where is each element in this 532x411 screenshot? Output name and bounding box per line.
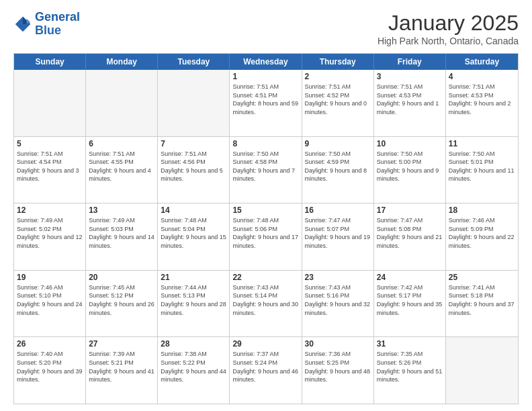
day-number: 11 [449,139,515,148]
calendar-cell: 28Sunrise: 7:38 AM Sunset: 5:22 PM Dayli… [158,337,230,404]
day-number: 23 [305,273,371,282]
day-number: 3 [377,72,443,81]
cell-info: Sunrise: 7:35 AM Sunset: 5:26 PM Dayligh… [377,350,443,383]
day-number: 13 [89,205,154,215]
day-number: 30 [305,339,371,349]
header-thursday: Thursday [302,54,374,70]
cell-info: Sunrise: 7:50 AM Sunset: 5:01 PM Dayligh… [449,150,515,183]
cell-info: Sunrise: 7:43 AM Sunset: 5:16 PM Dayligh… [305,283,371,317]
day-number: 31 [377,339,443,349]
day-number: 7 [161,139,226,148]
cell-info: Sunrise: 7:37 AM Sunset: 5:24 PM Dayligh… [232,350,298,383]
calendar-cell: 22Sunrise: 7:43 AM Sunset: 5:14 PM Dayli… [230,271,302,337]
calendar-cell: 19Sunrise: 7:46 AM Sunset: 5:10 PM Dayli… [14,271,86,337]
page: General Blue January 2025 High Park Nort… [0,0,532,411]
logo-line2: Blue [35,24,61,37]
cell-info: Sunrise: 7:50 AM Sunset: 4:58 PM Dayligh… [232,150,298,183]
day-number: 17 [377,205,443,215]
calendar-header: Sunday Monday Tuesday Wednesday Thursday… [14,54,518,70]
calendar-cell: 10Sunrise: 7:50 AM Sunset: 5:00 PM Dayli… [374,137,446,203]
cell-info: Sunrise: 7:50 AM Sunset: 5:00 PM Dayligh… [377,150,443,183]
cell-info: Sunrise: 7:36 AM Sunset: 5:25 PM Dayligh… [305,350,371,383]
day-number: 20 [89,273,154,282]
calendar-cell [158,70,230,136]
calendar-week-1: 1Sunrise: 7:51 AM Sunset: 4:51 PM Daylig… [14,70,518,136]
header-wednesday: Wednesday [230,54,302,70]
day-number: 1 [232,72,298,81]
calendar-cell: 24Sunrise: 7:42 AM Sunset: 5:17 PM Dayli… [374,271,446,337]
day-number: 18 [449,205,515,215]
day-number: 29 [232,339,298,349]
logo: General Blue [13,11,80,38]
calendar-week-4: 19Sunrise: 7:46 AM Sunset: 5:10 PM Dayli… [14,270,518,337]
day-number: 15 [232,205,298,215]
day-number: 24 [377,273,443,282]
header-tuesday: Tuesday [158,54,230,70]
cell-info: Sunrise: 7:45 AM Sunset: 5:12 PM Dayligh… [89,283,154,317]
calendar-week-3: 12Sunrise: 7:49 AM Sunset: 5:02 PM Dayli… [14,203,518,270]
header-sunday: Sunday [14,54,86,70]
cell-info: Sunrise: 7:38 AM Sunset: 5:22 PM Dayligh… [161,350,226,383]
cell-info: Sunrise: 7:42 AM Sunset: 5:17 PM Dayligh… [377,283,443,317]
calendar-cell: 26Sunrise: 7:40 AM Sunset: 5:20 PM Dayli… [14,337,86,404]
day-number: 16 [305,205,371,215]
day-number: 12 [17,205,83,215]
calendar-week-2: 5Sunrise: 7:51 AM Sunset: 4:54 PM Daylig… [14,136,518,203]
day-number: 5 [17,139,83,148]
day-number: 14 [161,205,226,215]
calendar-cell: 15Sunrise: 7:48 AM Sunset: 5:06 PM Dayli… [230,203,302,270]
header-saturday: Saturday [446,54,518,70]
cell-info: Sunrise: 7:46 AM Sunset: 5:10 PM Dayligh… [17,283,83,317]
day-number: 6 [89,139,154,148]
calendar-cell: 27Sunrise: 7:39 AM Sunset: 5:21 PM Dayli… [86,337,158,404]
day-number: 19 [17,273,83,282]
cell-info: Sunrise: 7:48 AM Sunset: 5:04 PM Dayligh… [161,216,226,250]
calendar-cell: 9Sunrise: 7:50 AM Sunset: 4:59 PM Daylig… [302,137,374,203]
month-title: January 2025 [378,11,519,36]
calendar-cell: 1Sunrise: 7:51 AM Sunset: 4:51 PM Daylig… [230,70,302,136]
day-number: 9 [305,139,371,148]
calendar-cell: 30Sunrise: 7:36 AM Sunset: 5:25 PM Dayli… [302,337,374,404]
title-block: January 2025 High Park North, Ontario, C… [378,11,519,46]
calendar-cell [14,70,86,136]
calendar-week-5: 26Sunrise: 7:40 AM Sunset: 5:20 PM Dayli… [14,336,518,404]
cell-info: Sunrise: 7:40 AM Sunset: 5:20 PM Dayligh… [17,350,83,383]
calendar-body: 1Sunrise: 7:51 AM Sunset: 4:51 PM Daylig… [14,70,518,404]
day-number: 21 [161,273,226,282]
calendar-cell: 13Sunrise: 7:49 AM Sunset: 5:03 PM Dayli… [86,203,158,270]
calendar-cell: 3Sunrise: 7:51 AM Sunset: 4:53 PM Daylig… [374,70,446,136]
cell-info: Sunrise: 7:39 AM Sunset: 5:21 PM Dayligh… [89,350,154,383]
cell-info: Sunrise: 7:51 AM Sunset: 4:53 PM Dayligh… [449,83,515,116]
cell-info: Sunrise: 7:51 AM Sunset: 4:56 PM Dayligh… [161,150,226,183]
calendar-cell: 12Sunrise: 7:49 AM Sunset: 5:02 PM Dayli… [14,203,86,270]
day-number: 27 [89,339,154,349]
calendar-cell [86,70,158,136]
cell-info: Sunrise: 7:50 AM Sunset: 4:59 PM Dayligh… [305,150,371,183]
calendar-cell: 21Sunrise: 7:44 AM Sunset: 5:13 PM Dayli… [158,271,230,337]
header: General Blue January 2025 High Park Nort… [13,11,519,46]
day-number: 8 [232,139,298,148]
day-number: 22 [232,273,298,282]
calendar-cell [446,337,518,404]
calendar-cell: 29Sunrise: 7:37 AM Sunset: 5:24 PM Dayli… [230,337,302,404]
subtitle: High Park North, Ontario, Canada [378,36,519,46]
calendar-cell: 7Sunrise: 7:51 AM Sunset: 4:56 PM Daylig… [158,137,230,203]
calendar-cell: 17Sunrise: 7:47 AM Sunset: 5:08 PM Dayli… [374,203,446,270]
cell-info: Sunrise: 7:51 AM Sunset: 4:53 PM Dayligh… [377,83,443,116]
cell-info: Sunrise: 7:46 AM Sunset: 5:09 PM Dayligh… [449,216,515,250]
calendar-cell: 11Sunrise: 7:50 AM Sunset: 5:01 PM Dayli… [446,137,518,203]
cell-info: Sunrise: 7:51 AM Sunset: 4:52 PM Dayligh… [305,83,371,116]
calendar-cell: 31Sunrise: 7:35 AM Sunset: 5:26 PM Dayli… [374,337,446,404]
cell-info: Sunrise: 7:51 AM Sunset: 4:54 PM Dayligh… [17,150,83,183]
cell-info: Sunrise: 7:51 AM Sunset: 4:51 PM Dayligh… [232,83,298,116]
svg-marker-1 [23,17,30,24]
calendar-cell: 8Sunrise: 7:50 AM Sunset: 4:58 PM Daylig… [230,137,302,203]
calendar-cell: 16Sunrise: 7:47 AM Sunset: 5:07 PM Dayli… [302,203,374,270]
cell-info: Sunrise: 7:43 AM Sunset: 5:14 PM Dayligh… [232,283,298,317]
cell-info: Sunrise: 7:47 AM Sunset: 5:07 PM Dayligh… [305,216,371,250]
header-friday: Friday [374,54,446,70]
header-monday: Monday [86,54,158,70]
day-number: 26 [17,339,83,349]
logo-line1: General [35,10,80,24]
day-number: 25 [449,273,515,282]
